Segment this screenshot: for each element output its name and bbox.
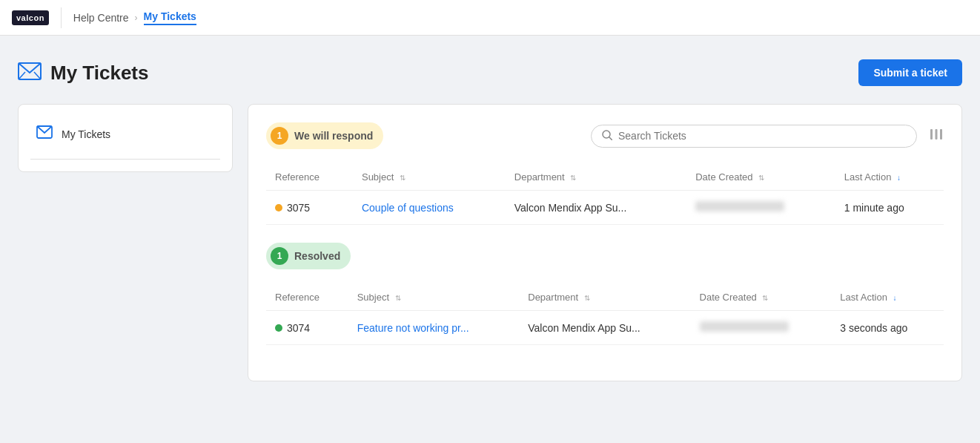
col-date-created-r[interactable]: Date Created ⇅	[691, 284, 832, 311]
sort-subject-r-icon: ⇅	[395, 294, 401, 302]
last-action-cell: 1 minute ago	[835, 191, 944, 225]
breadcrumb: Help Centre › My Tickets	[73, 10, 196, 25]
nav-divider	[61, 7, 62, 28]
search-icon	[602, 130, 612, 142]
svg-rect-7	[936, 129, 938, 140]
svg-rect-8	[940, 129, 942, 140]
sidebar-item-my-tickets[interactable]: My Tickets	[30, 117, 220, 151]
ref-cell-r: 3074	[266, 311, 348, 345]
ref-number-r: 3074	[287, 322, 310, 334]
last-action-cell-r: 3 seconds ago	[831, 311, 944, 345]
subject-link-r[interactable]: Feature not working pr...	[357, 322, 469, 334]
table-row: 3075 Couple of questions Valcon Mendix A…	[266, 191, 944, 225]
ref-cell: 3075	[266, 191, 353, 225]
tickets-panel: 1 We will respond	[248, 104, 962, 381]
sidebar: My Tickets	[18, 104, 233, 172]
date-created-cell-r	[691, 311, 832, 345]
search-box	[591, 125, 917, 148]
columns-icon[interactable]	[929, 127, 944, 145]
we-will-respond-count: 1	[271, 127, 288, 145]
breadcrumb-arrow: ›	[135, 13, 138, 23]
resolved-label: Resolved	[294, 250, 340, 262]
col-department-r[interactable]: Department ⇅	[519, 284, 690, 311]
sidebar-divider	[30, 159, 220, 160]
sort-date-r-icon: ⇅	[762, 294, 768, 302]
status-dot-orange	[275, 204, 282, 211]
main-content: My Tickets Submit a ticket My Tickets	[0, 36, 980, 405]
department-cell: Valcon Mendix App Su...	[506, 191, 686, 225]
col-subject[interactable]: Subject ⇅	[353, 164, 506, 191]
content-layout: My Tickets 1 We will respond	[18, 104, 962, 381]
tickets-icon	[18, 60, 42, 86]
resolved-badge: 1 Resolved	[266, 243, 351, 269]
logo: valcon	[12, 10, 49, 25]
my-tickets-breadcrumb: My Tickets	[144, 10, 196, 25]
sort-action-icon: ↓	[897, 174, 901, 182]
col-reference: Reference	[266, 164, 353, 191]
we-will-respond-table: Reference Subject ⇅ Department ⇅ Date Cr…	[266, 164, 944, 225]
svg-rect-6	[930, 129, 933, 140]
sidebar-item-label: My Tickets	[62, 128, 110, 140]
resolved-table: Reference Subject ⇅ Department ⇅ Date Cr…	[266, 284, 944, 345]
sort-dept-icon: ⇅	[570, 174, 576, 182]
department-cell-r: Valcon Mendix App Su...	[519, 311, 690, 345]
sort-dept-r-icon: ⇅	[584, 294, 590, 302]
col-department[interactable]: Department ⇅	[506, 164, 686, 191]
svg-line-1	[19, 72, 25, 79]
sort-date-icon: ⇅	[758, 174, 764, 182]
col-last-action-r[interactable]: Last Action ↓	[831, 284, 944, 311]
subject-cell[interactable]: Couple of questions	[353, 191, 506, 225]
date-blur	[695, 201, 784, 211]
page-title: My Tickets	[50, 62, 148, 85]
we-will-respond-label: We will respond	[294, 130, 373, 142]
help-centre-link[interactable]: Help Centre	[73, 12, 129, 24]
svg-line-2	[34, 72, 41, 79]
submit-ticket-button[interactable]: Submit a ticket	[858, 59, 962, 86]
top-nav: valcon Help Centre › My Tickets	[0, 0, 980, 36]
svg-line-5	[609, 137, 612, 140]
col-date-created[interactable]: Date Created ⇅	[686, 164, 835, 191]
page-header: My Tickets Submit a ticket	[18, 59, 962, 86]
sort-subject-icon: ⇅	[400, 174, 405, 182]
resolved-count: 1	[271, 247, 288, 265]
we-will-respond-header: 1 We will respond	[266, 122, 944, 149]
sidebar-tickets-icon	[36, 124, 53, 144]
status-dot-green	[275, 324, 282, 332]
date-created-cell	[686, 191, 835, 225]
search-input[interactable]	[618, 130, 906, 142]
date-blur-r	[700, 321, 789, 332]
ref-number: 3075	[287, 202, 310, 214]
subject-cell-r[interactable]: Feature not working pr...	[348, 311, 520, 345]
resolved-header: 1 Resolved	[266, 243, 944, 269]
table-row: 3074 Feature not working pr... Valcon Me…	[266, 311, 944, 345]
we-will-respond-badge: 1 We will respond	[266, 122, 383, 149]
subject-link[interactable]: Couple of questions	[362, 202, 454, 214]
col-subject-r[interactable]: Subject ⇅	[348, 284, 520, 311]
col-last-action[interactable]: Last Action ↓	[835, 164, 944, 191]
col-reference-r: Reference	[266, 284, 348, 311]
page-title-area: My Tickets	[18, 60, 148, 86]
sort-action-r-icon: ↓	[893, 294, 897, 302]
